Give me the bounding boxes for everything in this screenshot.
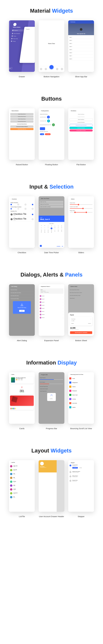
checkbox-input[interactable] [32, 214, 33, 215]
list-item[interactable]: Alert Dialog With Action Button [10, 291, 34, 294]
list-item[interactable]: Item 7 [69, 54, 93, 58]
fab-rect[interactable] [40, 127, 45, 130]
selected-day[interactable]: 9 [50, 228, 52, 229]
raised-button[interactable]: Rounded Raised Button [10, 120, 34, 122]
flat-button[interactable]: Rounded Flat Button [70, 121, 93, 124]
flat-button[interactable]: Border Flat Button [70, 118, 93, 121]
checkbox-input[interactable] [10, 204, 12, 205]
raised-button[interactable]: Default Button With Icon [10, 128, 34, 130]
expansion-panel-open[interactable]: Item 1⌃ Virginia Beach Virginia – United… [40, 288, 63, 294]
list-item[interactable]: Item 4 [69, 45, 93, 48]
flat-button[interactable]: Default Flat Button [70, 113, 93, 115]
expansion-item[interactable]: Item 2⌄ [40, 294, 63, 298]
back-icon[interactable]: ← [69, 22, 70, 22]
checkbox-input[interactable] [32, 204, 33, 205]
list-item[interactable]: Item 5 [69, 48, 93, 51]
movie-card[interactable]: Joker This Is A Happy Face Crime • Drama… [10, 376, 34, 384]
expansion-item[interactable]: Item 5⌄ [40, 304, 63, 307]
list-item[interactable]: Model Sheet 2 [69, 297, 93, 300]
fab-sync-icon[interactable]: ⟳ [47, 120, 50, 122]
list-tile[interactable]: emirCenter [10, 472, 34, 476]
checkbox-input[interactable] [32, 218, 33, 220]
step-item[interactable]: 4 Payment Flow Select payment [70, 480, 93, 482]
slider-input[interactable] [70, 208, 92, 209]
raised-button[interactable]: Customised Raised Button [10, 123, 34, 125]
checkbox-tile[interactable]: Checkbox TileSubtitle [10, 212, 33, 217]
flat-button[interactable]: Flat With Right Icon Button [70, 130, 93, 132]
list-item[interactable]: Eat & Drink [69, 401, 93, 405]
list-item[interactable]: Body In Gym [69, 393, 93, 397]
list-item[interactable]: Science [69, 384, 93, 389]
radio-input[interactable]: ○ [90, 319, 91, 320]
cancel-button[interactable]: CANCEL [57, 246, 60, 247]
fab-button[interactable] [50, 65, 54, 69]
edit-icon[interactable] [40, 245, 42, 247]
list-item[interactable]: Item 1 [69, 36, 93, 39]
list-item[interactable]: Alert Dialog With Shape [10, 294, 34, 297]
list-item[interactable]: Fashion [69, 405, 93, 409]
checkbox-input[interactable] [25, 204, 26, 205]
year-label[interactable]: 2021 [40, 217, 63, 218]
checkbox-tile[interactable]: Checkbox TileSubtitle [10, 217, 33, 222]
list-tile[interactable]: jehu amikCenter [10, 468, 34, 472]
list-item[interactable]: Select Your Time [40, 201, 63, 203]
list-item[interactable]: Conforming Alert Dialog [10, 297, 34, 300]
list-item[interactable]: Item 8 [69, 58, 93, 60]
flat-button[interactable]: Customise Flat Button [70, 127, 93, 129]
list-item[interactable]: Simple Alert Dialog [10, 288, 34, 291]
raised-button[interactable]: Customise The Style Of Raised [10, 126, 34, 128]
list-item[interactable]: Item 3 [69, 42, 93, 45]
step-item[interactable]: 3 Billing Address Add billing details [70, 476, 93, 477]
list-item[interactable]: Restaurant [69, 389, 93, 393]
list-tile[interactable]: talanCenter [10, 484, 34, 488]
fab-link-icon[interactable]: 🔗 [52, 124, 55, 126]
list-item[interactable]: Select Time With Your Theme [40, 206, 63, 208]
expansion-item[interactable]: Item 7⌄ [40, 310, 63, 313]
checkbox-input[interactable] [32, 208, 33, 210]
checkbox-input[interactable] [18, 204, 19, 205]
ok-button[interactable]: OK [62, 246, 63, 247]
list-tile[interactable]: lili wuuCenter [10, 480, 34, 484]
chevron-up-icon[interactable]: ⌃ [62, 290, 62, 290]
raised-button[interactable]: Border Raised Button [10, 118, 34, 120]
expansion-item[interactable]: Item 3⌄ [40, 298, 63, 300]
stock-card[interactable]: T Tesla Inc. 2,90.21 +20% this week [10, 385, 34, 394]
range-slider-input[interactable] [70, 212, 92, 212]
list-item[interactable]: Show Simple Bottom Sheet [69, 288, 93, 291]
fab-add-icon[interactable]: + [47, 116, 50, 118]
cta-button[interactable]: Scan Receipt For Verification [70, 331, 92, 334]
nav-item[interactable] [56, 68, 58, 70]
slider-input[interactable] [70, 204, 92, 205]
list-item[interactable]: Management [69, 380, 93, 384]
logout-button[interactable]: Logout [9, 67, 12, 69]
list-item[interactable]: Show Second Add Column Content [69, 291, 93, 294]
avatar-row-card[interactable] [10, 407, 34, 410]
expansion-item[interactable]: Item 9⌄ [40, 316, 63, 319]
list-tile[interactable]: fadiCenter [10, 476, 34, 480]
list-item[interactable]: Item 2 [69, 39, 93, 42]
nav-item[interactable] [61, 68, 63, 70]
nav-item[interactable] [40, 68, 42, 70]
got-it-button[interactable]: Got It [19, 310, 24, 312]
list-item[interactable]: Foods [69, 376, 93, 380]
fab-pill[interactable]: + Add [40, 133, 44, 135]
continue-button[interactable]: CONTINUE [72, 467, 78, 468]
expansion-item[interactable]: Item 4⌄ [40, 300, 63, 304]
list-tile[interactable]: aidyn codyCenter [10, 464, 34, 468]
list-item[interactable]: Select your Time 24 hour [40, 203, 63, 205]
nav-item[interactable] [45, 68, 47, 70]
list-tile[interactable]: vie foin dinCenter [10, 491, 34, 495]
list-item[interactable]: Item 6 [69, 51, 93, 54]
step-item[interactable]: 1 Contact Detail Add contact CONTINUECAN… [70, 464, 93, 468]
checkbox-input[interactable] [18, 208, 19, 210]
checkbox-input[interactable] [10, 208, 12, 210]
image-card[interactable] [10, 396, 34, 406]
expansion-item[interactable]: Item 8⌄ [40, 313, 63, 316]
step-item[interactable]: 2 Shipping Information Choose your shipp… [70, 471, 93, 473]
expansion-item[interactable]: Item 6⌄ [40, 307, 63, 310]
list-item[interactable]: Comedy [69, 397, 93, 401]
list-item[interactable]: Show Bar Model Bottom Sheet [69, 294, 93, 297]
list-tile[interactable]: miriamCenter [10, 488, 34, 491]
fab-pill[interactable]: ♥ Favorite [45, 133, 50, 135]
raised-button[interactable]: Default Raised Button [10, 113, 34, 115]
